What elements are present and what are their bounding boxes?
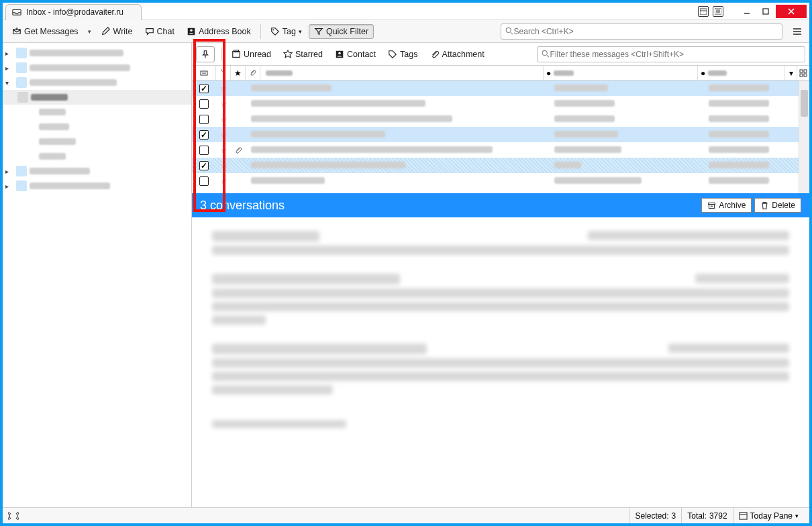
tree-account[interactable]: ▾ xyxy=(3,75,191,90)
filter-attachment-label: Attachment xyxy=(442,50,485,59)
address-book-label: Address Book xyxy=(199,27,251,36)
col-select-header[interactable] xyxy=(192,66,216,80)
pin-filter-button[interactable] xyxy=(196,46,215,62)
minimize-button[interactable] xyxy=(738,5,756,18)
filter-starred-label: Starred xyxy=(295,50,323,59)
contact-icon xyxy=(335,50,344,59)
filter-attachment-button[interactable]: Attachment xyxy=(425,47,490,62)
search-input[interactable] xyxy=(514,27,778,36)
row-star[interactable]: ☆ xyxy=(216,115,231,124)
write-button[interactable]: Write xyxy=(96,24,138,39)
svg-point-23 xyxy=(338,52,341,54)
today-pane-button[interactable]: Today Pane ▾ xyxy=(733,508,804,523)
delete-button[interactable]: Delete xyxy=(754,198,801,213)
star-icon xyxy=(283,50,293,59)
svg-point-14 xyxy=(272,29,274,30)
col-picker-header[interactable] xyxy=(797,66,809,80)
preview-message[interactable] xyxy=(212,274,789,325)
address-book-button[interactable]: Address Book xyxy=(181,24,256,39)
svg-rect-8 xyxy=(763,9,768,14)
filter-search-input[interactable] xyxy=(550,50,801,59)
tree-folder[interactable] xyxy=(3,105,191,119)
filter-contact-button[interactable]: Contact xyxy=(329,47,381,62)
calendar-icon[interactable] xyxy=(698,6,709,17)
message-list-header: ᛘ ★ ● ● ▾ xyxy=(192,66,809,81)
archive-icon xyxy=(707,201,716,210)
message-row[interactable]: ☆ xyxy=(192,127,809,142)
status-selected: Selected: 3 xyxy=(629,508,681,523)
folder-pane: ▸ ▸ ▾ ▸ ▸ xyxy=(3,43,192,507)
tag-icon xyxy=(388,50,397,59)
row-checkbox[interactable] xyxy=(199,146,209,155)
col-attachment-header[interactable] xyxy=(246,66,260,80)
tag-button[interactable]: Tag ▾ xyxy=(265,24,307,39)
chat-label: Chat xyxy=(157,27,174,36)
filter-starred-button[interactable]: Starred xyxy=(278,47,328,62)
row-checkbox[interactable] xyxy=(199,176,209,186)
tree-account[interactable]: ▸ xyxy=(3,164,191,178)
preview-message[interactable] xyxy=(212,231,789,255)
col-thread-header[interactable]: ᛘ xyxy=(216,66,231,80)
filter-unread-button[interactable]: Unread xyxy=(226,47,276,62)
col-chevron-header[interactable]: ▾ xyxy=(785,66,797,80)
row-checkbox[interactable] xyxy=(199,99,209,109)
row-star[interactable]: ☆ xyxy=(216,146,231,155)
tree-folder-inbox[interactable] xyxy=(3,90,191,105)
tree-folder[interactable] xyxy=(3,134,191,149)
tree-account[interactable]: ▸ xyxy=(3,46,191,60)
trash-icon xyxy=(760,201,769,210)
message-row[interactable]: ☆ xyxy=(192,81,809,96)
chat-button[interactable]: Chat xyxy=(140,24,180,39)
col-star-header[interactable]: ★ xyxy=(231,66,246,80)
selected-label: Selected: xyxy=(635,511,668,521)
message-row[interactable]: ☆ xyxy=(192,173,809,189)
svg-point-24 xyxy=(542,50,547,55)
global-search[interactable] xyxy=(501,23,782,40)
quick-filter-bar: Unread Starred Contact Tags Attachment xyxy=(192,43,809,66)
row-star[interactable]: ☆ xyxy=(216,130,231,140)
svg-rect-29 xyxy=(804,70,807,72)
svg-rect-1 xyxy=(700,9,707,15)
quick-filter-button[interactable]: Quick Filter xyxy=(309,24,374,39)
app-menu-button[interactable] xyxy=(789,23,805,40)
tree-folder[interactable] xyxy=(3,149,191,164)
close-button[interactable] xyxy=(776,5,807,18)
tasks-icon[interactable] xyxy=(713,6,723,17)
row-checkbox[interactable] xyxy=(199,84,209,93)
svg-rect-35 xyxy=(740,513,747,519)
get-messages-button[interactable]: Get Messages xyxy=(7,24,84,39)
row-checkbox[interactable] xyxy=(199,161,209,170)
tree-account[interactable]: ▸ xyxy=(3,60,191,75)
svg-line-16 xyxy=(511,32,513,34)
row-star[interactable]: ☆ xyxy=(216,99,231,109)
row-star[interactable]: ☆ xyxy=(216,176,231,186)
message-list-scrollbar[interactable] xyxy=(799,81,809,193)
svg-rect-31 xyxy=(804,74,807,76)
write-label: Write xyxy=(113,27,133,36)
row-star[interactable]: ☆ xyxy=(216,161,231,170)
row-checkbox[interactable] xyxy=(199,115,209,124)
maximize-button[interactable] xyxy=(757,5,774,18)
tree-folder[interactable] xyxy=(3,119,191,134)
delete-label: Delete xyxy=(772,201,795,210)
archive-button[interactable]: Archive xyxy=(701,198,752,213)
row-star[interactable]: ☆ xyxy=(216,84,231,93)
message-row[interactable]: ☆ xyxy=(192,111,809,127)
preview-message[interactable] xyxy=(212,344,789,394)
filter-search[interactable] xyxy=(537,46,805,62)
quick-filter-label: Quick Filter xyxy=(326,27,368,36)
inbox-icon xyxy=(11,7,22,17)
message-row[interactable]: ☆ xyxy=(192,158,809,173)
window-title: Inbox - info@prodavaiter.ru xyxy=(26,7,137,17)
message-row[interactable]: ☆ xyxy=(192,96,809,111)
tab-inbox[interactable]: Inbox - info@prodavaiter.ru xyxy=(5,4,142,20)
message-row[interactable]: ☆ xyxy=(192,142,809,158)
archive-label: Archive xyxy=(719,201,746,210)
svg-rect-28 xyxy=(800,70,803,72)
svg-point-13 xyxy=(190,29,193,32)
row-checkbox[interactable] xyxy=(199,130,209,140)
filter-tags-button[interactable]: Tags xyxy=(383,47,423,62)
tree-account[interactable]: ▸ xyxy=(3,178,191,193)
online-icon[interactable] xyxy=(8,512,19,520)
get-messages-chevron-icon[interactable]: ▾ xyxy=(85,28,95,35)
